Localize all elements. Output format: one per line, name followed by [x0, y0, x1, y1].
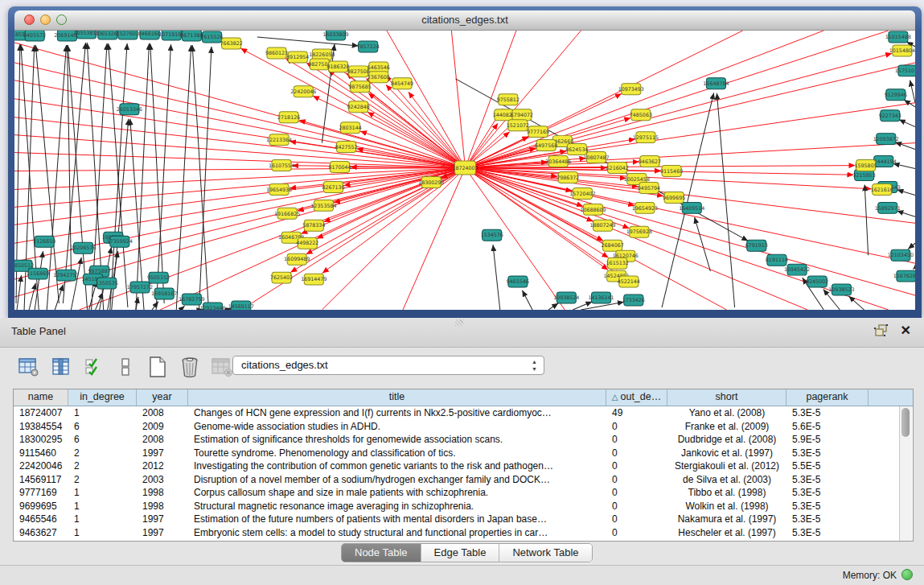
network-node[interactable]: 9465546: [507, 276, 529, 287]
table-cell[interactable]: de Silva et al. (2003): [667, 473, 786, 487]
table-cell[interactable]: 1997: [137, 513, 188, 526]
network-node[interactable]: 10973493: [618, 84, 644, 95]
network-node[interactable]: 7625402: [270, 272, 293, 283]
table-cell[interactable]: Wolkin et al. (1998): [667, 500, 786, 513]
network-node[interactable]: 2718126: [277, 112, 300, 123]
table-cell[interactable]: 5.3E-5: [786, 526, 869, 540]
table-cell[interactable]: Investigating the contribution of common…: [188, 459, 606, 473]
table-cell[interactable]: 1998: [137, 486, 188, 500]
network-node[interactable]: 9755812: [497, 94, 519, 105]
network-node[interactable]: 16107554: [269, 160, 294, 171]
network-node[interactable]: 11676284: [893, 270, 915, 282]
network-node[interactable]: 17359924: [107, 236, 133, 247]
table-cell[interactable]: 1: [68, 513, 137, 526]
close-panel-icon[interactable]: ✕: [901, 323, 911, 339]
network-node[interactable]: 2126650: [33, 236, 55, 247]
table-cell[interactable]: 6: [68, 420, 137, 434]
network-node[interactable]: 7663822: [220, 38, 243, 49]
network-canvas[interactable]: 2185538940557220691406105538191065328715…: [14, 31, 915, 310]
scrollbar-thumb[interactable]: [901, 408, 910, 437]
table-cell[interactable]: 2003: [137, 473, 188, 487]
table-cell[interactable]: Disruption of a novel member of a sodium…: [188, 473, 606, 487]
network-node[interactable]: 18807249: [589, 220, 615, 231]
network-node[interactable]: 9115460: [660, 166, 683, 177]
network-node[interactable]: 6216042: [606, 163, 629, 174]
table-cell[interactable]: Dudbridge et al. (2008): [667, 433, 786, 447]
table-row[interactable]: 969969511998Structural magnetic resonanc…: [14, 500, 913, 513]
column-header-name[interactable]: name: [14, 389, 68, 406]
network-node[interactable]: 19166825: [274, 208, 300, 219]
table-cell[interactable]: 1: [68, 500, 137, 513]
network-node[interactable]: 9242848: [347, 101, 370, 113]
column-header-title[interactable]: title: [188, 389, 606, 406]
network-node[interactable]: 1595805: [855, 160, 877, 171]
table-cell[interactable]: 5.3E-5: [786, 406, 869, 420]
tab-node-table[interactable]: Node Table: [342, 544, 421, 562]
table-settings-icon[interactable]: [18, 356, 40, 378]
tab-network-table[interactable]: Network Table: [499, 544, 591, 562]
network-node[interactable]: 1156869: [27, 268, 49, 279]
table-cell[interactable]: 0: [606, 526, 667, 540]
network-node[interactable]: 12093872: [873, 134, 899, 145]
network-node[interactable]: 6791913: [745, 240, 768, 251]
network-node[interactable]: 10807487: [583, 152, 609, 163]
network-node[interactable]: 8267130: [322, 181, 344, 192]
table-cell[interactable]: 5.3E-5: [786, 500, 869, 513]
network-node[interactable]: 18724007: [452, 161, 478, 175]
network-node[interactable]: 9405572: [23, 31, 46, 41]
network-node[interactable]: 8671388: [180, 31, 203, 41]
table-row[interactable]: 1938455462009Genome-wide association stu…: [14, 420, 913, 434]
table-cell[interactable]: 0: [606, 447, 667, 460]
table-cell[interactable]: 9463627: [14, 526, 68, 540]
table-cell[interactable]: 2008: [137, 406, 188, 420]
network-node[interactable]: 8191114: [766, 254, 788, 266]
table-cell[interactable]: 5.5E-5: [786, 459, 869, 473]
table-row[interactable]: 977716911998Corpus callosum shape and si…: [14, 486, 913, 500]
table-cell[interactable]: 1: [68, 406, 137, 420]
table-cell[interactable]: 1997: [137, 447, 188, 460]
panel-resize-grip[interactable]: [455, 319, 463, 326]
table-cell[interactable]: Nakamura et al. (1997): [667, 513, 786, 526]
table-cell[interactable]: 2009: [137, 420, 188, 434]
table-cell[interactable]: Embryonic stem cells: a model to study s…: [188, 526, 606, 540]
table-cell[interactable]: Tibbo et al. (1998): [667, 486, 786, 500]
table-cell[interactable]: Estimation of the future numbers of pati…: [188, 513, 606, 526]
network-node[interactable]: 26053346: [117, 104, 142, 115]
table-row[interactable]: 911546021997Tourette syndrome. Phenomeno…: [14, 447, 913, 460]
table-row[interactable]: 1872400712008Changes of HCN gene express…: [14, 406, 913, 420]
network-node[interactable]: 16099489: [284, 253, 310, 265]
network-node[interactable]: 12103450: [888, 249, 914, 261]
memory-ok-indicator[interactable]: [901, 569, 913, 580]
vertical-scrollbar[interactable]: [899, 406, 912, 541]
table-cell[interactable]: Jankovic et al. (1997): [667, 447, 786, 460]
table-cell[interactable]: 9699695: [14, 500, 68, 513]
table-cell[interactable]: Corpus callosum shape and size in male p…: [188, 486, 606, 500]
table-cell[interactable]: 22420046: [14, 459, 68, 473]
network-node[interactable]: 20364486: [545, 156, 571, 167]
network-node[interactable]: 7986372: [556, 171, 579, 183]
network-node[interactable]: 8427552: [335, 142, 357, 153]
network-node[interactable]: 20206576: [70, 242, 96, 253]
network-node[interactable]: 12923446: [199, 303, 225, 310]
table-cell[interactable]: 49: [606, 406, 667, 420]
table-cell[interactable]: 5.3E-5: [786, 513, 869, 526]
network-node[interactable]: 1521072: [507, 120, 529, 131]
table-cell[interactable]: 5.6E-5: [786, 420, 869, 434]
network-node[interactable]: 14136141: [588, 292, 614, 303]
column-header-out_de[interactable]: △out_de…: [606, 389, 667, 406]
table-cell[interactable]: 6: [68, 433, 137, 447]
network-node[interactable]: 2803144: [339, 122, 362, 134]
network-node[interactable]: 15751074: [895, 65, 915, 76]
table-cell[interactable]: Stergiakouli et al. (2012): [667, 459, 786, 473]
network-node[interactable]: 1534576: [481, 229, 503, 241]
network-node[interactable]: 19756928: [626, 226, 652, 237]
table-row[interactable]: 1830029562008Estimation of significance …: [14, 433, 913, 447]
table-cell[interactable]: Structural magnetic resonance image aver…: [188, 500, 606, 513]
table-row[interactable]: 2242004622012Investigating the contribut…: [14, 459, 913, 473]
table-cell[interactable]: 9777169: [14, 486, 68, 500]
network-node[interactable]: 14569117: [228, 301, 254, 310]
network-node[interactable]: 5878334: [302, 220, 325, 231]
table-cell[interactable]: 5.3E-5: [786, 486, 869, 500]
float-panel-icon[interactable]: [874, 324, 889, 337]
network-node[interactable]: 15720407: [569, 187, 595, 199]
